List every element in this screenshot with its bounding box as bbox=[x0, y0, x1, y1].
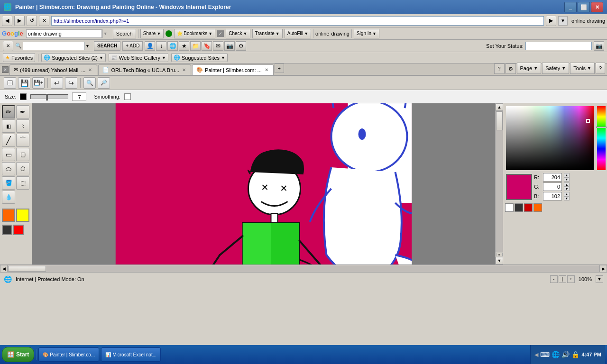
zoom-out-btn[interactable]: - bbox=[550, 275, 558, 283]
curve-tool[interactable]: ⌒ bbox=[16, 134, 29, 147]
r-value[interactable] bbox=[543, 173, 562, 182]
rect-tool[interactable]: ▭ bbox=[2, 148, 15, 161]
extra-swatch-2[interactable] bbox=[13, 225, 24, 235]
scroll-thumb[interactable] bbox=[496, 111, 503, 130]
hue-slider[interactable] bbox=[597, 106, 606, 170]
back-btn[interactable]: ◀ bbox=[2, 16, 12, 26]
zoom-dropdown-btn[interactable]: ▼ bbox=[596, 275, 603, 283]
color-gradient-area[interactable] bbox=[506, 106, 606, 170]
tab-close-painter[interactable]: ✕ bbox=[264, 67, 269, 73]
pencil-tool[interactable]: ✒ bbox=[16, 105, 29, 118]
status-input[interactable] bbox=[525, 42, 592, 50]
tools-btn[interactable]: Tools ▼ bbox=[570, 63, 595, 74]
fill-tool[interactable]: 🪣 bbox=[2, 176, 15, 190]
refresh-btn[interactable]: ↺ bbox=[27, 16, 37, 26]
person-icon[interactable]: 👤 bbox=[145, 41, 155, 51]
right-scrollbar[interactable]: ▲ ≡ ▼ bbox=[495, 103, 503, 264]
eyedropper-tool[interactable]: 💧 bbox=[2, 191, 15, 204]
h-scroll-track[interactable] bbox=[8, 265, 599, 272]
h-scroll-thumb[interactable] bbox=[8, 266, 46, 272]
smudge-tool[interactable]: ⌇ bbox=[16, 119, 29, 133]
polygon-tool[interactable]: ⬡ bbox=[16, 162, 29, 175]
current-color-box[interactable] bbox=[506, 174, 532, 200]
tab-close-orl[interactable]: ✕ bbox=[181, 67, 187, 73]
extra-search-input[interactable] bbox=[23, 42, 84, 50]
preset-orange[interactable] bbox=[533, 203, 542, 212]
g-value[interactable] bbox=[543, 182, 562, 191]
canvas-area[interactable] bbox=[32, 103, 495, 264]
zoomout-doc-btn[interactable]: 🔎 bbox=[98, 77, 110, 89]
eraser-tool[interactable]: ◧ bbox=[2, 119, 15, 133]
ellipse-tool[interactable]: ⬭ bbox=[2, 162, 15, 175]
b-up-btn[interactable]: ▲ bbox=[564, 192, 570, 196]
google-search-dropdown[interactable]: ▼ bbox=[103, 31, 110, 36]
r-down-btn[interactable]: ▼ bbox=[564, 177, 570, 182]
extra-dropdown[interactable]: ▼ bbox=[85, 44, 92, 48]
close-all-tabs-btn[interactable]: ✕ bbox=[2, 66, 9, 73]
save-doc-btn[interactable]: 💾 bbox=[18, 77, 30, 89]
tab-close-yahoo[interactable]: ✕ bbox=[87, 67, 93, 73]
undo-doc-btn[interactable]: ↩ bbox=[51, 77, 63, 89]
saveas-doc-btn[interactable]: 💾+ bbox=[32, 77, 45, 89]
taskbar-painter-btn[interactable]: 🎨 Painter | Slimber.co... bbox=[38, 347, 99, 362]
select-tool[interactable]: ⬚ bbox=[16, 176, 29, 190]
web-slice-btn[interactable]: 📰 Web Slice Gallery ▼ bbox=[109, 53, 168, 62]
forward-btn[interactable]: ▶ bbox=[14, 16, 25, 26]
r-up-btn[interactable]: ▲ bbox=[564, 173, 570, 177]
tab-settings-btn[interactable]: ⚙ bbox=[506, 64, 516, 74]
foreground-color-swatch[interactable] bbox=[2, 209, 15, 222]
color-gradient-main[interactable] bbox=[506, 106, 594, 170]
g-down-btn[interactable]: ▼ bbox=[564, 187, 570, 191]
tray-arrow[interactable]: ◀ bbox=[534, 352, 538, 358]
close-btn[interactable]: ✕ bbox=[591, 2, 603, 12]
zoom-slider[interactable]: | bbox=[559, 275, 566, 283]
minimize-btn[interactable]: _ bbox=[564, 2, 577, 12]
extra-search-btn[interactable]: SEARCH bbox=[94, 41, 120, 51]
tab-orl[interactable]: 📄 ORL Tech Blog « UCLA Bru... ✕ bbox=[98, 64, 191, 75]
google-search-btn[interactable]: Search bbox=[113, 29, 136, 38]
extra-swatch-1[interactable] bbox=[2, 225, 12, 235]
h-scrollbar[interactable]: ◀ ▶ bbox=[0, 264, 607, 272]
g-up-btn[interactable]: ▲ bbox=[564, 182, 570, 187]
check-btn[interactable]: Check ▼ bbox=[226, 29, 250, 38]
toolbar-close-btn[interactable]: ✕ bbox=[3, 41, 13, 51]
search-dropdown[interactable]: ▼ bbox=[558, 16, 568, 26]
start-btn[interactable]: 🪟 Start bbox=[2, 347, 34, 362]
bookmark-icon[interactable]: 🔖 bbox=[202, 41, 212, 51]
scroll-track[interactable] bbox=[496, 111, 503, 252]
smoothing-checkbox[interactable] bbox=[124, 93, 131, 100]
scroll-left-btn[interactable]: ◀ bbox=[0, 265, 8, 273]
favorites-btn[interactable]: ★ Favorites bbox=[3, 53, 35, 62]
safety-btn[interactable]: Safety ▼ bbox=[542, 63, 569, 74]
go-btn[interactable]: ▶ bbox=[546, 16, 556, 26]
tab-help-btn[interactable]: ? bbox=[494, 64, 505, 74]
star-icon[interactable]: ★ bbox=[179, 41, 189, 51]
suggested-sites2-btn[interactable]: 🌐 Suggested Sites ▼ bbox=[171, 53, 228, 62]
preset-red[interactable] bbox=[524, 203, 533, 212]
scroll-middle-btn[interactable]: ≡ bbox=[496, 253, 503, 256]
line-tool[interactable]: ╱ bbox=[2, 134, 15, 147]
gear-icon[interactable]: ⚙ bbox=[236, 41, 246, 51]
size-value[interactable]: 7 bbox=[72, 92, 86, 101]
page-btn[interactable]: Page ▼ bbox=[517, 63, 542, 74]
tab-yahoo[interactable]: ✉ (499 unread) Yahoo! Mail, ... ✕ bbox=[9, 64, 97, 75]
suggested-sites-btn[interactable]: 🌐 Suggested Sites (2) ▼ bbox=[41, 53, 106, 62]
new-doc-btn[interactable]: ☐ bbox=[4, 77, 16, 89]
redo-doc-btn[interactable]: ↪ bbox=[65, 77, 77, 89]
bookmarks-btn[interactable]: ⭐ Bookmarks ▼ bbox=[174, 29, 215, 38]
restore-btn[interactable]: ⬜ bbox=[578, 2, 590, 12]
signin-btn[interactable]: Sign In ▼ bbox=[354, 29, 379, 38]
zoomin-doc-btn[interactable]: 🔍 bbox=[83, 77, 96, 89]
scroll-down-btn[interactable]: ▼ bbox=[496, 257, 503, 264]
translate-btn[interactable]: Translate ▼ bbox=[252, 29, 283, 38]
tab-painter[interactable]: 🎨 Painter | Slimber.com: ... ✕ bbox=[192, 64, 274, 75]
add-btn[interactable]: + ADD bbox=[122, 41, 143, 51]
background-color-swatch[interactable] bbox=[16, 209, 29, 222]
help-btn[interactable]: ? bbox=[596, 63, 605, 74]
down-icon[interactable]: ↓ bbox=[156, 41, 166, 51]
round-rect-tool[interactable]: ▢ bbox=[16, 148, 29, 161]
new-tab-btn[interactable]: + bbox=[275, 64, 284, 73]
mail-icon[interactable]: ✉ bbox=[213, 41, 223, 51]
size-slider[interactable] bbox=[30, 94, 68, 99]
zoom-in-btn[interactable]: + bbox=[567, 275, 575, 283]
